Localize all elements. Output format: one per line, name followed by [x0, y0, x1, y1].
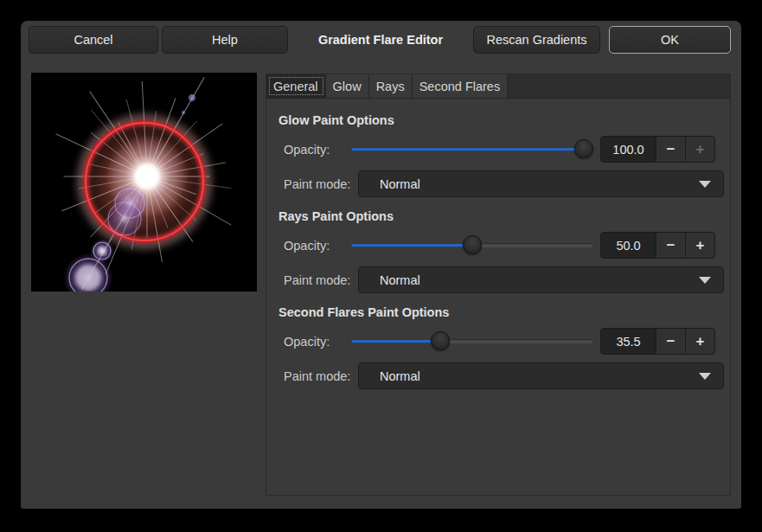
opacity-row: Opacity: 50.0 − +	[284, 232, 715, 259]
opacity-spinbutton: 50.0 − +	[600, 232, 715, 259]
paint-mode-value: Normal	[380, 273, 420, 287]
paint-mode-dropdown[interactable]: Normal	[358, 266, 724, 293]
rays-paint-options-section: Rays Paint Options Opacity: 50.0 − +	[266, 208, 730, 293]
section-heading: Glow Paint Options	[279, 112, 730, 129]
paint-mode-row: Paint mode: Normal	[284, 266, 724, 293]
tab-page-general: Glow Paint Options Opacity: 100.0 − +	[266, 99, 730, 389]
help-button[interactable]: Help	[162, 26, 288, 54]
tab-general[interactable]: General	[266, 74, 326, 98]
second-flares-paint-options-section: Second Flares Paint Options Opacity: 35.…	[266, 304, 730, 389]
paint-mode-dropdown[interactable]: Normal	[358, 170, 724, 197]
opacity-spinbutton: 100.0 − +	[600, 136, 715, 163]
plus-icon[interactable]: +	[685, 137, 714, 162]
minus-icon[interactable]: −	[656, 137, 685, 162]
paint-mode-label: Paint mode:	[284, 369, 358, 383]
section-heading: Second Flares Paint Options	[279, 304, 730, 321]
opacity-value[interactable]: 35.5	[601, 329, 656, 354]
tab-rays[interactable]: Rays	[369, 74, 413, 98]
opacity-value[interactable]: 50.0	[601, 233, 656, 258]
tab-glow[interactable]: Glow	[326, 74, 369, 98]
opacity-slider[interactable]	[351, 232, 593, 259]
opacity-row: Opacity: 100.0 − +	[284, 136, 715, 163]
paint-mode-value: Normal	[380, 369, 420, 383]
paint-mode-label: Paint mode:	[284, 273, 358, 287]
chevron-down-icon	[699, 181, 711, 188]
slider-fill	[351, 339, 440, 343]
section-heading: Rays Paint Options	[279, 208, 730, 225]
paint-mode-label: Paint mode:	[284, 177, 358, 191]
minus-icon[interactable]: −	[656, 329, 685, 354]
opacity-slider[interactable]	[351, 328, 593, 355]
slider-handle[interactable]	[574, 139, 593, 158]
gradient-flare-editor-dialog: Cancel Help Gradient Flare Editor Rescan…	[21, 21, 741, 509]
opacity-spinbutton: 35.5 − +	[600, 328, 715, 355]
paint-mode-row: Paint mode: Normal	[284, 170, 724, 197]
flare-preview-image	[31, 73, 257, 292]
paint-mode-value: Normal	[380, 177, 420, 191]
paint-mode-dropdown[interactable]: Normal	[358, 362, 724, 389]
opacity-label: Opacity:	[284, 239, 346, 253]
slider-handle[interactable]	[431, 331, 450, 350]
settings-notebook: General Glow Rays Second Flares Glow Pai…	[266, 74, 731, 496]
tab-bar: General Glow Rays Second Flares	[266, 74, 730, 99]
opacity-label: Opacity:	[284, 335, 346, 349]
minus-icon[interactable]: −	[656, 233, 685, 258]
chevron-down-icon	[699, 277, 711, 284]
dialog-header: Cancel Help Gradient Flare Editor Rescan…	[21, 21, 741, 57]
slider-handle[interactable]	[463, 235, 482, 254]
plus-icon[interactable]: +	[685, 329, 714, 354]
ok-button[interactable]: OK	[609, 26, 731, 54]
opacity-slider[interactable]	[351, 136, 593, 163]
glow-paint-options-section: Glow Paint Options Opacity: 100.0 − +	[266, 112, 730, 197]
tab-bar-filler	[508, 74, 730, 98]
slider-fill	[351, 147, 584, 151]
cancel-button[interactable]: Cancel	[29, 26, 158, 54]
opacity-label: Opacity:	[284, 143, 346, 157]
slider-fill	[351, 243, 472, 247]
opacity-value[interactable]: 100.0	[601, 137, 656, 162]
flare-preview-svg	[31, 73, 257, 292]
chevron-down-icon	[699, 373, 711, 380]
rescan-gradients-button[interactable]: Rescan Gradients	[473, 26, 600, 54]
dialog-title: Gradient Flare Editor	[288, 33, 473, 47]
opacity-row: Opacity: 35.5 − +	[284, 328, 715, 355]
tab-second-flares[interactable]: Second Flares	[413, 74, 509, 98]
paint-mode-row: Paint mode: Normal	[284, 362, 724, 389]
plus-icon[interactable]: +	[685, 233, 714, 258]
